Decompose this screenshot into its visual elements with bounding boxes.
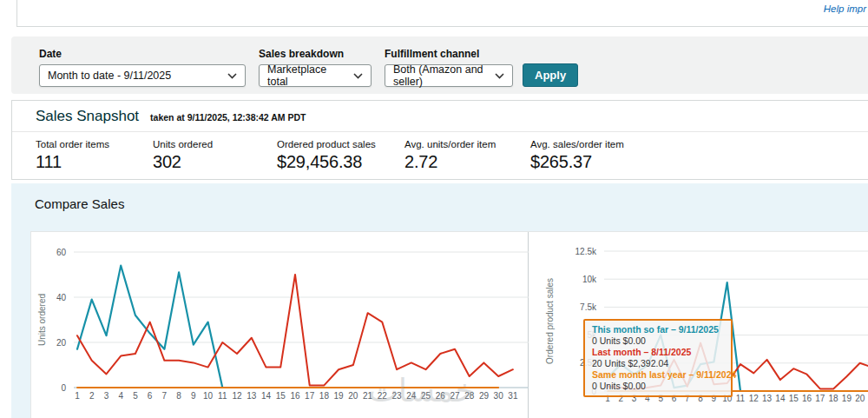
svg-text:17: 17 bbox=[815, 394, 825, 403]
svg-text:25: 25 bbox=[421, 391, 431, 401]
svg-text:0: 0 bbox=[61, 383, 66, 393]
svg-text:7.5k: 7.5k bbox=[580, 302, 597, 312]
svg-text:3: 3 bbox=[104, 391, 109, 401]
chart-tooltip: This month so far – 9/11/2025 0 Units $0… bbox=[583, 319, 733, 397]
compare-sales-title: Compare Sales bbox=[35, 196, 124, 211]
svg-text:Units ordered: Units ordered bbox=[37, 294, 47, 346]
svg-text:11: 11 bbox=[736, 394, 746, 403]
svg-text:29: 29 bbox=[479, 391, 490, 401]
tooltip-same-month-last-year-value: 0 Units $0.00 bbox=[592, 381, 724, 392]
snapshot-stats-row: Total order items 111 Units ordered 302 … bbox=[12, 132, 868, 172]
tooltip-last-month-title: Last month – 8/11/2025 bbox=[592, 347, 724, 358]
ordered-product-sales-chart-area: 02.5k5k7.5k10k12.5k123456789101112131415… bbox=[529, 232, 868, 418]
svg-text:12: 12 bbox=[232, 391, 242, 401]
svg-text:31: 31 bbox=[508, 391, 518, 401]
svg-text:18: 18 bbox=[319, 391, 330, 401]
svg-text:12.5k: 12.5k bbox=[575, 247, 597, 256]
svg-text:22: 22 bbox=[378, 391, 388, 401]
svg-text:26: 26 bbox=[436, 391, 446, 401]
svg-text:24: 24 bbox=[406, 391, 417, 401]
svg-text:2: 2 bbox=[89, 391, 95, 401]
help-improve-link[interactable]: Help impr bbox=[824, 3, 866, 14]
svg-text:10: 10 bbox=[203, 391, 214, 401]
svg-text:Ordered product sales: Ordered product sales bbox=[545, 278, 555, 364]
svg-text:21: 21 bbox=[363, 391, 373, 401]
compare-sales-section: Compare Sales 02040601234567891011121314… bbox=[11, 183, 868, 418]
tooltip-this-month-title: This month so far – 9/11/2025 bbox=[592, 324, 724, 335]
svg-text:23: 23 bbox=[391, 391, 402, 401]
sales-snapshot-header: Sales Snapshot taken at 9/11/2025, 12:38… bbox=[12, 101, 868, 132]
svg-text:18: 18 bbox=[829, 394, 839, 403]
fulfillment-channel-select[interactable]: Both (Amazon and seller) bbox=[385, 64, 513, 87]
svg-text:8: 8 bbox=[176, 391, 181, 401]
fulfillment-channel-filter: Fulfillment channel Both (Amazon and sel… bbox=[385, 48, 513, 87]
date-select-value: Month to date - 9/11/2025 bbox=[48, 70, 171, 82]
svg-text:6: 6 bbox=[148, 391, 153, 401]
svg-text:12: 12 bbox=[749, 394, 760, 403]
sales-snapshot-panel: Sales Snapshot taken at 9/11/2025, 12:38… bbox=[11, 100, 868, 180]
svg-text:7: 7 bbox=[162, 391, 168, 401]
notification-bar: Help impr bbox=[16, 0, 868, 27]
compare-sales-panel: 0204060123456789101112131415161718192021… bbox=[30, 231, 868, 418]
stat-ordered-product-sales: Ordered product sales $29,456.38 bbox=[277, 139, 404, 172]
tooltip-same-month-last-year-title: Same month last year – 9/11/2024 bbox=[592, 369, 724, 381]
svg-text:20: 20 bbox=[855, 394, 865, 403]
svg-text:10k: 10k bbox=[582, 275, 597, 284]
svg-text:20: 20 bbox=[348, 391, 358, 401]
svg-text:17: 17 bbox=[305, 391, 315, 401]
svg-text:4: 4 bbox=[118, 391, 123, 401]
sales-breakdown-value: Marketplace total bbox=[267, 63, 346, 88]
date-filter: Date Month to date - 9/11/2025 bbox=[39, 48, 246, 87]
fulfillment-channel-value: Both (Amazon and seller) bbox=[393, 63, 488, 88]
svg-text:14: 14 bbox=[775, 394, 786, 403]
chevron-down-icon bbox=[495, 73, 504, 79]
svg-text:13: 13 bbox=[247, 391, 257, 401]
svg-text:27: 27 bbox=[450, 391, 460, 401]
svg-text:14: 14 bbox=[261, 391, 272, 401]
sales-breakdown-label: Sales breakdown bbox=[259, 48, 372, 60]
svg-text:1: 1 bbox=[75, 391, 80, 401]
svg-text:19: 19 bbox=[842, 394, 852, 403]
svg-text:40: 40 bbox=[56, 293, 67, 302]
svg-text:28: 28 bbox=[464, 391, 475, 401]
stat-avg-units-per-order: Avg. units/order item 2.72 bbox=[404, 139, 530, 172]
tooltip-last-month-value: 20 Units $2,392.04 bbox=[592, 358, 724, 369]
stat-total-order-items: Total order items 111 bbox=[36, 139, 153, 172]
sales-breakdown-select[interactable]: Marketplace total bbox=[259, 64, 372, 87]
units-ordered-chart[interactable]: 0204060123456789101112131415161718192021… bbox=[31, 232, 529, 418]
svg-text:16: 16 bbox=[290, 391, 300, 401]
snapshot-timestamp: taken at 9/11/2025, 12:38:42 AM PDT bbox=[150, 112, 306, 123]
chevron-down-icon bbox=[353, 73, 363, 79]
svg-text:19: 19 bbox=[334, 391, 345, 401]
svg-text:16: 16 bbox=[802, 394, 812, 403]
chevron-down-icon bbox=[227, 73, 237, 79]
sales-snapshot-title: Sales Snapshot bbox=[36, 108, 139, 125]
svg-text:11: 11 bbox=[218, 391, 227, 401]
svg-text:60: 60 bbox=[56, 248, 67, 257]
units-ordered-chart-area: 0204060123456789101112131415161718192021… bbox=[31, 232, 529, 418]
svg-text:15: 15 bbox=[276, 391, 286, 401]
svg-text:13: 13 bbox=[762, 394, 773, 403]
svg-text:15: 15 bbox=[789, 394, 799, 403]
filter-bar: Date Month to date - 9/11/2025 Sales bre… bbox=[11, 36, 868, 94]
svg-text:5: 5 bbox=[133, 391, 138, 401]
fulfillment-channel-label: Fulfillment channel bbox=[385, 48, 513, 60]
tooltip-this-month-value: 0 Units $0.00 bbox=[592, 335, 724, 347]
sales-breakdown-filter: Sales breakdown Marketplace total bbox=[259, 48, 372, 87]
apply-button[interactable]: Apply bbox=[523, 63, 578, 87]
stat-avg-sales-per-order: Avg. sales/order item $265.37 bbox=[530, 139, 624, 172]
svg-text:9: 9 bbox=[191, 391, 196, 401]
date-select[interactable]: Month to date - 9/11/2025 bbox=[39, 64, 246, 87]
svg-text:30: 30 bbox=[494, 391, 504, 401]
stat-units-ordered: Units ordered 302 bbox=[153, 139, 277, 172]
date-filter-label: Date bbox=[39, 48, 246, 60]
svg-text:20: 20 bbox=[56, 338, 67, 348]
